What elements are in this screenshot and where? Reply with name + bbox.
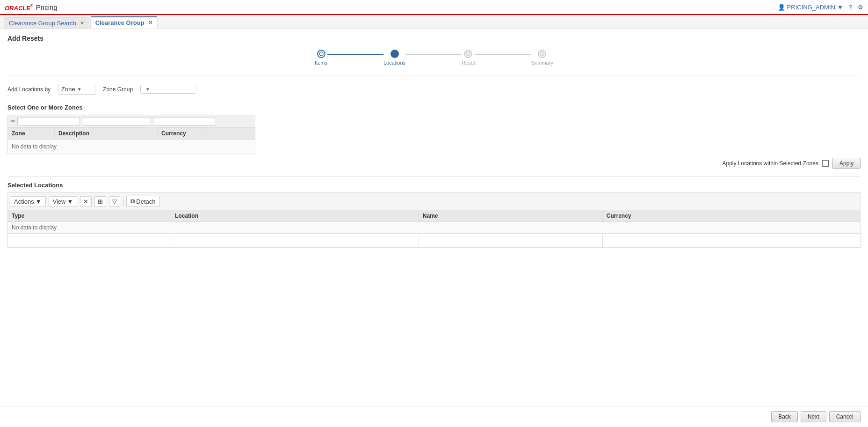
selected-locations-toolbar: Actions ▼ View ▼ ✕ ⊞ ▽ ⧉ Detach	[7, 192, 861, 210]
step-items: Items	[315, 50, 327, 66]
step-locations: Locations	[383, 50, 405, 66]
svg-point-2	[466, 52, 470, 56]
add-locations-label: Add Locations by	[7, 86, 51, 93]
zone-group-select[interactable]: ▼	[140, 85, 196, 94]
username: PRICING_ADMIN	[787, 4, 835, 11]
view-menu-btn[interactable]: View ▼	[49, 196, 78, 207]
zones-table: ✏ Zone Description Currency No data to d…	[7, 115, 255, 154]
tabs-bar: Clearance Group Search ✕ Clearance Group…	[0, 15, 868, 29]
stepper: Items Locations Reset	[7, 50, 861, 66]
col-type: Type	[8, 210, 171, 222]
divider-2	[7, 177, 861, 177]
col-extra	[204, 128, 242, 139]
actions-arrow: ▼	[36, 198, 42, 205]
svg-point-3	[540, 52, 544, 56]
step-line-1	[327, 54, 383, 55]
divider-1	[7, 75, 861, 75]
selected-locations-table: Type Location Name Currency No data to d…	[7, 210, 861, 248]
selected-locations-title: Selected Locations	[7, 182, 861, 189]
apply-row: Apply Locations within Selected Zones Ap…	[7, 154, 861, 173]
tab-clearance-group[interactable]: Clearance Group ✕	[90, 16, 158, 29]
oracle-logo: ORACLE®	[5, 2, 33, 13]
actions-menu-btn[interactable]: Actions ▼	[10, 196, 46, 207]
tab-label: Clearance Group Search	[9, 20, 76, 27]
empty-cell-1	[8, 234, 171, 248]
svg-point-0	[319, 52, 323, 56]
col-name: Name	[419, 210, 602, 222]
zones-search-zone[interactable]	[17, 117, 80, 125]
step-label-locations: Locations	[383, 60, 405, 66]
step-label-items: Items	[315, 60, 327, 66]
col-location: Location	[171, 210, 419, 222]
add-locations-by-value: Zone	[61, 86, 75, 93]
apply-button[interactable]: Apply	[832, 158, 861, 169]
logo-area: ORACLE® Pricing	[5, 2, 58, 13]
help-icon[interactable]: ?	[849, 4, 852, 11]
col-currency: Currency	[602, 210, 860, 222]
step-reset: Reset	[462, 50, 475, 66]
apply-checkbox[interactable]	[822, 160, 829, 167]
zone-group-label: Zone Group	[103, 86, 133, 93]
step-circle-reset	[464, 50, 472, 58]
step-line-3	[475, 54, 531, 55]
svg-point-1	[393, 52, 397, 56]
actions-label: Actions	[14, 198, 34, 205]
settings-icon[interactable]: ⚙	[858, 4, 863, 11]
empty-cell-3	[419, 234, 602, 248]
stepper-inner: Items Locations Reset	[315, 50, 553, 66]
detach-label: Detach	[136, 198, 155, 205]
add-locations-by-select[interactable]: Zone ▼	[58, 84, 95, 95]
tab-clearance-group-search[interactable]: Clearance Group Search ✕	[4, 17, 89, 29]
toolbar-separator	[123, 197, 123, 206]
table-row-empty	[8, 234, 861, 248]
step-circle-items	[317, 50, 326, 58]
app-title: Pricing	[36, 3, 58, 11]
detach-icon: ⧉	[130, 198, 135, 205]
view-arrow: ▼	[67, 198, 73, 205]
step-line-2	[405, 54, 462, 55]
step-label-reset: Reset	[462, 60, 475, 66]
step-circle-summary	[538, 50, 546, 58]
filter-icon-btn[interactable]: ▽	[109, 196, 120, 207]
zones-table-columns: Zone Description Currency	[8, 128, 255, 140]
zones-search-description[interactable]	[82, 117, 151, 125]
apply-label: Apply Locations within Selected Zones	[723, 160, 818, 167]
col-description: Description	[55, 128, 158, 139]
tab-close-search[interactable]: ✕	[80, 20, 84, 26]
zones-search-currency[interactable]	[153, 117, 216, 125]
detach-btn[interactable]: ⧉ Detach	[126, 196, 159, 207]
step-circle-locations	[391, 50, 399, 58]
zones-section-title: Select One or More Zones	[7, 104, 861, 111]
tab-close-group[interactable]: ✕	[148, 20, 152, 26]
tab-label: Clearance Group	[95, 19, 145, 26]
empty-cell-2	[171, 234, 419, 248]
page-title: Add Resets	[7, 35, 861, 42]
zones-no-data: No data to display	[8, 140, 255, 154]
header-right: 👤 PRICING_ADMIN ▼ ? ⚙	[778, 4, 863, 11]
user-icon: 👤	[778, 4, 785, 11]
user-dropdown-icon: ▼	[837, 4, 843, 11]
col-currency: Currency	[158, 128, 204, 139]
selected-locations-section: Selected Locations Actions ▼ View ▼ ✕ ⊞ …	[7, 182, 861, 248]
col-zone: Zone	[8, 128, 55, 139]
add-locations-by-arrow: ▼	[77, 87, 82, 92]
zone-group-arrow: ▼	[145, 87, 150, 92]
table-row-no-data: No data to display	[8, 222, 861, 234]
save-icon-btn[interactable]: ⊞	[94, 196, 106, 207]
zones-table-toolbar: ✏	[8, 115, 255, 128]
step-label-summary: Summary	[531, 60, 553, 66]
table-header-row: Type Location Name Currency	[8, 210, 861, 222]
add-locations-row: Add Locations by Zone ▼ Zone Group ▼	[7, 79, 861, 99]
page-content: Add Resets Items Locations	[0, 29, 868, 253]
no-data-cell: No data to display	[8, 222, 861, 234]
empty-cell-4	[602, 234, 860, 248]
delete-icon-btn[interactable]: ✕	[80, 196, 92, 207]
user-menu[interactable]: 👤 PRICING_ADMIN ▼	[778, 4, 843, 11]
zones-edit-icon[interactable]: ✏	[11, 118, 15, 125]
app-header: ORACLE® Pricing 👤 PRICING_ADMIN ▼ ? ⚙	[0, 0, 868, 15]
step-summary: Summary	[531, 50, 553, 66]
view-label: View	[53, 198, 66, 205]
